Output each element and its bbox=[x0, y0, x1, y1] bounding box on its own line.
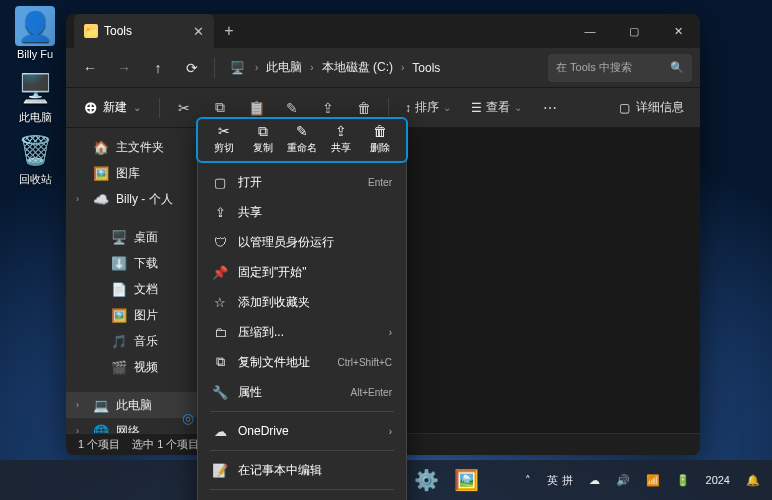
tray-cloud-icon[interactable]: ☁ bbox=[585, 474, 604, 487]
tray-overflow[interactable]: ˄ bbox=[521, 474, 535, 487]
close-button[interactable]: ✕ bbox=[656, 14, 700, 48]
refresh-button[interactable]: ⟳ bbox=[176, 52, 208, 84]
menu-item[interactable]: ☁OneDrive› bbox=[202, 416, 402, 446]
menu-item-label: 打开 bbox=[238, 174, 262, 191]
menu-item-label: 添加到收藏夹 bbox=[238, 294, 310, 311]
address-toolbar: ← → ↑ ⟳ 🖥️ › 此电脑 › 本地磁盘 (C:) › Tools 在 T… bbox=[66, 48, 700, 88]
sidebar-icon: 🖥️ bbox=[111, 230, 127, 245]
new-label: 新建 bbox=[103, 99, 127, 116]
desktop-icon-label: Billy Fu bbox=[8, 48, 62, 60]
breadcrumb-item[interactable]: 此电脑 bbox=[260, 59, 308, 76]
menu-item-label: 在记事本中编辑 bbox=[238, 462, 322, 479]
taskbar-settings[interactable]: ⚙️ bbox=[408, 462, 444, 498]
new-tab-button[interactable]: + bbox=[214, 16, 244, 46]
menu-item[interactable]: 🗀压缩到...› bbox=[202, 317, 402, 347]
sidebar-label: 音乐 bbox=[134, 333, 158, 350]
context-toolbar-label: 共享 bbox=[322, 141, 361, 155]
details-label: 详细信息 bbox=[636, 99, 684, 116]
separator bbox=[159, 98, 160, 118]
menu-separator bbox=[210, 411, 394, 412]
context-menu-toolbar: ✂剪切⧉复制✎重命名⇪共享🗑删除 bbox=[196, 117, 408, 163]
context-toolbar-item[interactable]: ✂剪切 bbox=[204, 121, 243, 155]
tray-volume-icon[interactable]: 🔊 bbox=[612, 474, 634, 487]
menu-item[interactable]: 🔧属性Alt+Enter bbox=[202, 377, 402, 407]
desktop-icon-label: 回收站 bbox=[8, 172, 62, 187]
sort-button[interactable]: ↕ 排序 ⌄ bbox=[397, 99, 459, 116]
tray-network-icon[interactable]: 📶 bbox=[642, 474, 664, 487]
chevron-right-icon[interactable]: › bbox=[401, 62, 404, 73]
sidebar-label: 图库 bbox=[116, 165, 140, 182]
chevron-down-icon: ⌄ bbox=[133, 102, 141, 113]
context-toolbar-label: 复制 bbox=[243, 141, 282, 155]
titlebar[interactable]: 📁 Tools ✕ + — ▢ ✕ bbox=[66, 14, 700, 48]
new-button[interactable]: ⊕ 新建 ⌄ bbox=[74, 93, 151, 123]
forward-button[interactable]: → bbox=[108, 52, 140, 84]
desktop-icon-recycle[interactable]: 🗑️ 回收站 bbox=[8, 130, 62, 187]
menu-item[interactable]: ☆添加到收藏夹 bbox=[202, 287, 402, 317]
menu-item[interactable]: ⧉复制文件地址Ctrl+Shift+C bbox=[202, 347, 402, 377]
search-input[interactable]: 在 Tools 中搜索 🔍 bbox=[548, 54, 692, 82]
sidebar-label: 图片 bbox=[134, 307, 158, 324]
menu-item-label: 以管理员身份运行 bbox=[238, 234, 334, 251]
status-count: 1 个项目 bbox=[78, 437, 120, 452]
menu-item[interactable]: ▢打开Enter bbox=[202, 167, 402, 197]
maximize-button[interactable]: ▢ bbox=[612, 14, 656, 48]
menu-item-label: 复制文件地址 bbox=[238, 354, 310, 371]
context-toolbar-item[interactable]: 🗑删除 bbox=[361, 121, 400, 155]
sidebar-icon: 🖼️ bbox=[111, 308, 127, 323]
context-toolbar-item[interactable]: ⧉复制 bbox=[243, 121, 282, 155]
shortcut-label: Ctrl+Shift+C bbox=[338, 357, 392, 368]
sidebar-icon: ☁️ bbox=[93, 192, 109, 207]
details-icon: ▢ bbox=[619, 101, 630, 115]
menu-item[interactable]: 📝在记事本中编辑 bbox=[202, 455, 402, 485]
breadcrumb-item[interactable]: 本地磁盘 (C:) bbox=[316, 59, 399, 76]
taskbar-app[interactable]: 🖼️ bbox=[448, 462, 484, 498]
details-button[interactable]: ▢ 详细信息 bbox=[611, 99, 692, 116]
tray-clock[interactable]: 2024 bbox=[702, 474, 734, 486]
desktop-icon-user[interactable]: 👤 Billy Fu bbox=[8, 6, 62, 60]
删除-icon: 🗑 bbox=[361, 121, 400, 141]
复制-icon: ⧉ bbox=[243, 121, 282, 141]
desktop-icon-pc[interactable]: 🖥️ 此电脑 bbox=[8, 68, 62, 125]
context-toolbar-item[interactable]: ⇪共享 bbox=[322, 121, 361, 155]
menu-item[interactable]: 📌固定到"开始" bbox=[202, 257, 402, 287]
menu-item[interactable]: 🛡以管理员身份运行 bbox=[202, 227, 402, 257]
shortcut-label: Alt+Enter bbox=[351, 387, 392, 398]
context-toolbar-label: 删除 bbox=[361, 141, 400, 155]
tab-title: Tools bbox=[104, 24, 132, 38]
context-toolbar-item[interactable]: ✎重命名 bbox=[282, 121, 321, 155]
sidebar-label: 主文件夹 bbox=[116, 139, 164, 156]
chevron-right-icon[interactable]: › bbox=[310, 62, 313, 73]
tray-notifications[interactable]: 🔔 bbox=[742, 474, 764, 487]
expand-icon: › bbox=[76, 400, 86, 410]
more-button[interactable]: ⋯ bbox=[534, 93, 566, 123]
view-button[interactable]: ☰ 查看 ⌄ bbox=[463, 99, 530, 116]
sidebar-icon: ⬇️ bbox=[111, 256, 127, 271]
menu-item[interactable]: ⇪共享 bbox=[202, 197, 402, 227]
user-folder-icon: 👤 bbox=[15, 6, 55, 46]
ime-indicator[interactable]: 英 拼 bbox=[543, 473, 576, 488]
重命名-icon: ✎ bbox=[282, 121, 321, 141]
search-icon: 🔍 bbox=[670, 61, 684, 74]
system-tray[interactable]: ˄ 英 拼 ☁ 🔊 📶 🔋 2024 🔔 bbox=[521, 473, 764, 488]
breadcrumb-item[interactable]: Tools bbox=[406, 61, 446, 75]
back-button[interactable]: ← bbox=[74, 52, 106, 84]
desktop-icon-label: 此电脑 bbox=[8, 110, 62, 125]
menu-item-label: OneDrive bbox=[238, 424, 289, 438]
up-button[interactable]: ↑ bbox=[142, 52, 174, 84]
chevron-right-icon[interactable]: › bbox=[255, 62, 258, 73]
expand-icon: › bbox=[76, 194, 86, 204]
menu-item[interactable]: ⊞显示更多选项 bbox=[202, 494, 402, 500]
cut-button[interactable]: ✂ bbox=[168, 93, 200, 123]
menu-item-icon: 🔧 bbox=[212, 385, 228, 400]
folder-icon[interactable]: 🖥️ bbox=[221, 52, 253, 84]
separator bbox=[214, 58, 215, 78]
minimize-button[interactable]: — bbox=[568, 14, 612, 48]
folder-icon: 📁 bbox=[84, 24, 98, 38]
tab-close-icon[interactable]: ✕ bbox=[193, 24, 204, 39]
tray-battery-icon[interactable]: 🔋 bbox=[672, 474, 694, 487]
window-tab[interactable]: 📁 Tools ✕ bbox=[74, 14, 214, 48]
menu-item-label: 共享 bbox=[238, 204, 262, 221]
sidebar-icon: 🌐 bbox=[93, 424, 109, 434]
menu-item-icon: ⧉ bbox=[212, 354, 228, 370]
